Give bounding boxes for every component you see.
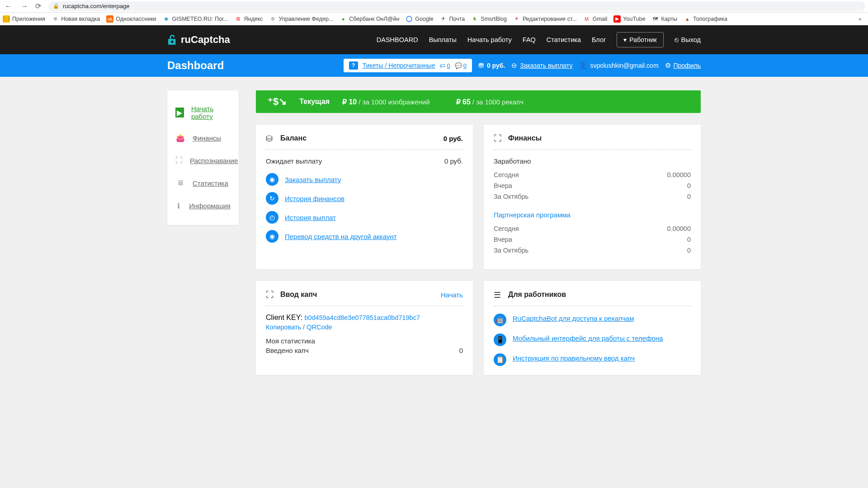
transfer-icon: ◉ <box>266 230 278 243</box>
message-badge: 💬0 <box>455 62 467 69</box>
bookmark-item[interactable]: 🗺Карты <box>651 15 677 23</box>
card-title: Ввод капч <box>280 291 317 299</box>
bookmark-item[interactable]: ▲Топографика <box>684 15 727 23</box>
balance-display: ⛃ 0 руб. <box>478 61 505 70</box>
order-payout-link[interactable]: ⊖ Заказать выплату <box>511 61 572 70</box>
workers-card: ☰ Для работников 🤖 RuCaptchaBot для дост… <box>484 281 701 375</box>
stack-icon: ⛁ <box>266 134 275 143</box>
minus-circle-icon: ⊖ <box>511 61 517 70</box>
bookmark-item[interactable]: ⊕Новая вкладка <box>52 15 100 23</box>
copy-link[interactable]: Копировать <box>266 324 301 331</box>
nav-payouts[interactable]: Выплаты <box>429 36 457 43</box>
tag-badge: 🏷0 <box>439 62 450 69</box>
bookmark-item[interactable]: MGmail <box>583 15 608 23</box>
user-email[interactable]: 👤 svpolushkin@gmail.com <box>579 61 658 70</box>
site-header: ruCaptcha DASHBOARD Выплаты Начать работ… <box>0 25 868 54</box>
browser-toolbar: ← → ⟳ 🔒 rucaptcha.com/enterpage <box>0 0 868 13</box>
ticket-icon: ? <box>349 61 358 70</box>
balance-value: 0 руб. <box>443 135 463 142</box>
forward-button[interactable]: → <box>19 2 30 10</box>
focus-icon: ⛶ <box>266 290 275 299</box>
logout-button[interactable]: ⎋ Выход <box>675 36 701 43</box>
action-transfer[interactable]: ◉ Перевод средств на другой аккаунт <box>266 230 463 243</box>
svg-point-0 <box>406 16 412 22</box>
nav-faq[interactable]: FAQ <box>523 36 536 43</box>
bookmark-item[interactable]: ✶Редактирование ст... <box>513 15 577 23</box>
card-title: Для работников <box>508 291 566 299</box>
monitor-icon: 🖥 <box>175 178 185 188</box>
worker-link-bot[interactable]: 🤖 RuCaptchaBot для доступа к рекапчам <box>494 314 691 326</box>
earned-label: Заработано <box>494 157 691 165</box>
client-key-value: b0d459a4cd8e3e077851aca0bd719bc7 <box>304 314 420 321</box>
bookmark-item[interactable]: ◉GISMETEO.RU: Пог... <box>163 15 228 23</box>
caret-down-icon: ▾ <box>623 36 627 43</box>
bookmark-item[interactable]: Google <box>406 15 433 23</box>
entered-value: 0 <box>459 347 463 354</box>
nav-stats[interactable]: Статистика <box>547 36 581 43</box>
url-bar[interactable]: 🔒 rucaptcha.com/enterpage <box>48 1 865 11</box>
clock-icon: ◴ <box>266 211 278 224</box>
bookmark-apps[interactable]: ⋮⋮Приложения <box>3 15 45 23</box>
sidebar-item-start[interactable]: ▶ Начать работу <box>167 99 239 127</box>
tickets-widget[interactable]: ? Тикеты / Непрочитанные 🏷0 💬0 <box>344 59 472 72</box>
bookmark-item[interactable]: okОдноклассники <box>106 15 156 23</box>
bookmark-item[interactable]: ⊕Управление Федер... <box>269 15 334 23</box>
entered-label: Введено капч <box>266 347 309 354</box>
tickets-link[interactable]: Тикеты / Непрочитанные <box>363 62 435 69</box>
sidebar-item-label: Распознавание <box>190 157 238 164</box>
bookmark-item[interactable]: ♞SmsrtBlog <box>471 15 507 23</box>
info-icon: ℹ <box>175 201 182 211</box>
action-finance-history[interactable]: ↻ История финансов <box>266 192 463 205</box>
qrcode-link[interactable]: QRCode <box>307 324 332 331</box>
sidebar-item-finance[interactable]: 👛 Финансы <box>167 127 239 149</box>
play-icon: ▶ <box>175 108 184 117</box>
action-payout-history[interactable]: ◴ История выплат <box>266 211 463 224</box>
sidebar-item-label: Финансы <box>193 134 221 142</box>
my-stats-label: Моя статистика <box>266 337 463 345</box>
logo[interactable]: ruCaptcha <box>167 34 230 46</box>
user-icon: 👤 <box>579 61 587 70</box>
bookmarks-bar: ⋮⋮Приложения ⊕Новая вкладка okОдноклассн… <box>0 13 868 25</box>
profile-link[interactable]: ⚙ Профиль <box>665 61 701 70</box>
key-label: Client KEY: <box>266 314 302 321</box>
doc-icon: 📋 <box>494 353 506 366</box>
sidebar-item-label: Статистика <box>193 179 228 187</box>
sidebar-item-label: Информация <box>189 202 231 210</box>
captcha-input-card: ⛶ Ввод капч Начать Client KEY: b0d459a4c… <box>256 281 473 375</box>
sidebar-item-stats[interactable]: 🖥 Статистика <box>167 172 239 194</box>
action-order-payout[interactable]: ◉ Заказать выплату <box>266 173 463 186</box>
worker-link-mobile[interactable]: 📱 Мобильный интерфейс для работы с телеф… <box>494 333 691 346</box>
sidebar-item-recognition[interactable]: ⛶ Распознавание <box>167 149 239 172</box>
wallet-icon: 👛 <box>175 133 185 143</box>
scan-icon: ⛶ <box>175 155 183 165</box>
bookmark-item[interactable]: ✈Почта <box>440 15 465 23</box>
bookmark-item[interactable]: ▶YouTube <box>613 15 645 23</box>
logout-icon: ⎋ <box>675 36 679 43</box>
pending-value: 0 руб. <box>444 157 463 165</box>
worker-link-instructions[interactable]: 📋 Инструкция по правильному ввод капч <box>494 353 691 366</box>
bookmarks-overflow[interactable]: » <box>859 16 865 22</box>
balance-card: ⛁ Баланс 0 руб. Ожидает выплату 0 руб. ◉… <box>256 125 473 269</box>
pending-label: Ожидает выплату <box>266 157 322 165</box>
gear-icon: ⚙ <box>665 61 671 70</box>
sidebar-item-info[interactable]: ℹ Информация <box>167 194 239 217</box>
back-button[interactable]: ← <box>3 2 14 10</box>
start-link[interactable]: Начать <box>441 291 463 299</box>
pricing-banner: ⁺$↘ Текущая ₽ 10 / за 1000 изображений ₽… <box>256 90 701 113</box>
finance-card: ⛶ Финансы Заработано Сегодня0.00000 Вчер… <box>484 125 701 269</box>
bookmark-item[interactable]: ●Сбербанк ОнЛ@йн <box>340 15 399 23</box>
sidebar-item-label: Начать работу <box>191 105 231 120</box>
sub-header: Dashboard ? Тикеты / Непрочитанные 🏷0 💬0… <box>0 54 868 77</box>
bookmark-item[interactable]: ЯЯндекс <box>234 15 263 23</box>
card-title: Финансы <box>508 134 542 142</box>
history-icon: ↻ <box>266 192 278 205</box>
page-title: Dashboard <box>167 59 224 72</box>
partner-program-link[interactable]: Партнерская программа <box>494 211 691 219</box>
nav-start-work[interactable]: Начать работу <box>467 36 512 43</box>
coins-icon: ⛃ <box>478 61 484 70</box>
nav-blog[interactable]: Блог <box>592 36 606 43</box>
url-text: rucaptcha.com/enterpage <box>63 3 129 9</box>
nav-dashboard[interactable]: DASHBOARD <box>377 36 418 43</box>
worker-dropdown[interactable]: ▾ Работник <box>617 32 663 47</box>
reload-button[interactable]: ⟳ <box>33 2 43 10</box>
